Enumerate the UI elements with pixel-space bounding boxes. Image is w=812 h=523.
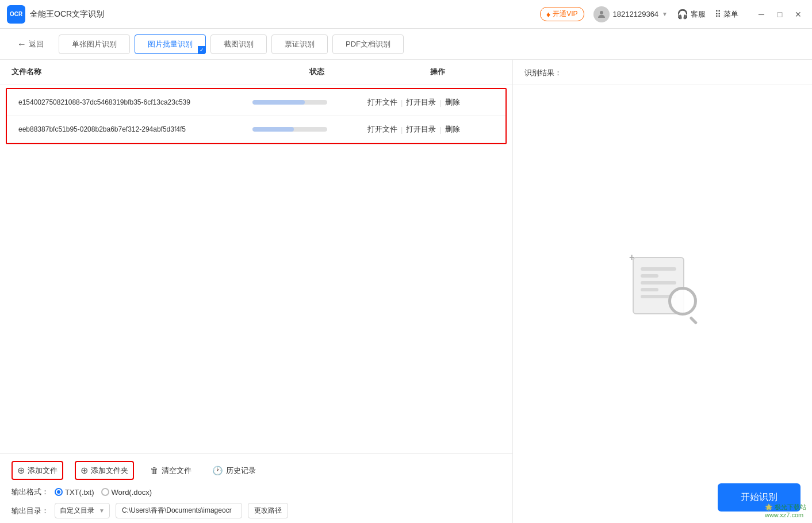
titlebar: OCR 全能王OCR文字识别 ♦ 开通VIP 18212129364 ▼ 🎧 客…: [0, 0, 812, 29]
spacer: [0, 148, 512, 453]
open-dir-2[interactable]: 打开目录: [406, 124, 436, 134]
back-button[interactable]: ← 返回: [12, 36, 49, 53]
doc-line-1: [641, 267, 676, 271]
file-list-bordered: e154002750821088-37dc5468319bfb35-6cf13c…: [6, 88, 507, 144]
tab-ticket[interactable]: 票证识别: [271, 34, 328, 54]
minimize-button[interactable]: ─: [754, 7, 768, 21]
main-container: 文件名称 状态 操作 e154002750821088-37dc5468319b…: [0, 60, 812, 523]
open-file-2[interactable]: 打开文件: [367, 124, 397, 134]
app-title: 全能王OCR文字识别: [30, 9, 540, 20]
dir-select-arrow: ▼: [99, 507, 105, 514]
clear-files-button[interactable]: 🗑 清空文件: [145, 463, 196, 479]
menu-label: 菜单: [723, 9, 738, 20]
watermark-url: www.xz7.com: [765, 512, 803, 518]
service-button[interactable]: 🎧 客服: [677, 9, 706, 20]
tab-screenshot-label: 截图识别: [224, 40, 254, 48]
doc-line-2: [641, 274, 658, 278]
tab-batch-image[interactable]: 图片批量识别: [135, 34, 206, 54]
change-path-button[interactable]: 更改路径: [248, 503, 288, 518]
maximize-button[interactable]: □: [773, 7, 787, 21]
format-label: 输出格式：: [12, 487, 49, 497]
add-folder-label: 添加文件夹: [91, 466, 128, 476]
search-plus-icon: +: [629, 252, 634, 263]
status-bar-fill-2: [252, 127, 294, 132]
service-label: 客服: [691, 9, 706, 20]
user-phone: 18212129364: [613, 10, 659, 18]
dir-label: 输出目录：: [12, 506, 49, 516]
txt-label: TXT(.txt): [65, 488, 94, 497]
toolbar-row3: 输出目录： 自定义目录 ▼ C:\Users\香香\Documents\imag…: [12, 503, 501, 518]
delete-file-2[interactable]: 删除: [445, 124, 460, 134]
tab-single-image[interactable]: 单张图片识别: [59, 34, 130, 54]
tab-screenshot[interactable]: 截图识别: [210, 34, 267, 54]
dir-type-select[interactable]: 自定义目录 ▼: [55, 503, 110, 518]
format-txt-option[interactable]: TXT(.txt): [55, 488, 94, 497]
open-file-1[interactable]: 打开文件: [367, 97, 397, 107]
tab-batch-image-label: 图片批量识别: [148, 40, 193, 48]
open-dir-1[interactable]: 打开目录: [406, 97, 436, 107]
file-status-2: [252, 127, 367, 132]
file-name-1: e154002750821088-37dc5468319bfb35-6cf13c…: [18, 98, 252, 106]
vip-button[interactable]: ♦ 开通VIP: [540, 7, 584, 21]
close-button[interactable]: ✕: [791, 7, 805, 21]
doc-line-3: [641, 281, 676, 284]
add-file-label: 添加文件: [28, 466, 58, 476]
menu-button[interactable]: ⠿ 菜单: [715, 9, 738, 20]
svg-point-0: [600, 11, 603, 14]
file-name-2: eeb88387bfc51b95-0208b2ba6b7ef312-294abf…: [18, 125, 252, 133]
folder-plus-icon: ⊕: [81, 465, 88, 476]
tab-pdf[interactable]: PDF文档识别: [332, 34, 404, 54]
watermark: 🌟 极光下载站 www.xz7.com: [765, 503, 806, 518]
bottom-toolbar: ⊕ 添加文件 ⊕ 添加文件夹 🗑 清空文件 🕐 历史记录 输出格式：: [0, 453, 512, 523]
toolbar-row2: 输出格式： TXT(.txt) Word(.docx): [12, 487, 501, 497]
dir-type-label: 自定义目录: [60, 506, 94, 516]
file-status-1: [252, 100, 367, 105]
doc-line-4: [641, 288, 658, 291]
col-actions: 操作: [374, 67, 501, 77]
ocr-placeholder: +: [628, 252, 697, 316]
watermark-icon: 🌟: [765, 503, 773, 510]
table-header: 文件名称 状态 操作: [0, 60, 512, 84]
logo-text: OCR: [10, 11, 22, 17]
dir-path-display: C:\Users\香香\Documents\imageocr: [116, 503, 242, 518]
history-label: 历史记录: [226, 466, 256, 476]
clear-label: 清空文件: [162, 466, 191, 476]
headset-icon: 🎧: [677, 9, 688, 20]
trash-icon: 🗑: [150, 466, 159, 475]
status-bar-fill-1: [252, 100, 305, 105]
status-bar-bg-1: [252, 100, 327, 105]
plus-circle-icon: ⊕: [17, 465, 25, 476]
file-actions-2: 打开文件 | 打开目录 | 删除: [367, 124, 494, 134]
table-row: eeb88387bfc51b95-0208b2ba6b7ef312-294abf…: [7, 116, 505, 143]
toolbar-row1: ⊕ 添加文件 ⊕ 添加文件夹 🗑 清空文件 🕐 历史记录: [12, 461, 501, 480]
tab-pdf-label: PDF文档识别: [346, 40, 390, 48]
add-folder-button[interactable]: ⊕ 添加文件夹: [75, 461, 134, 480]
titlebar-right: ♦ 开通VIP 18212129364 ▼ 🎧 客服 ⠿ 菜单 ─ □ ✕: [540, 6, 805, 22]
file-list: e154002750821088-37dc5468319bfb35-6cf13c…: [7, 89, 505, 143]
user-info[interactable]: 18212129364 ▼: [593, 6, 668, 22]
format-word-option[interactable]: Word(.docx): [101, 488, 152, 497]
magnifier-handle: [689, 316, 698, 325]
right-panel: 识别结果： + 开始识别: [513, 60, 812, 523]
tabbar: ← 返回 单张图片识别 图片批量识别 截图识别 票证识别 PDF文档识别: [0, 29, 812, 60]
grid-icon: ⠿: [715, 9, 721, 20]
magnifier-circle: [668, 287, 697, 316]
word-label: Word(.docx): [112, 488, 152, 497]
result-header: 识别结果：: [513, 60, 812, 84]
col-filename: 文件名称: [12, 67, 259, 77]
window-controls: ─ □ ✕: [754, 7, 805, 21]
tab-ticket-label: 票证识别: [285, 40, 315, 48]
chevron-down-icon: ▼: [662, 11, 668, 17]
back-label: 返回: [29, 39, 44, 49]
delete-file-1[interactable]: 删除: [445, 97, 460, 107]
tab-active-check: [198, 46, 206, 54]
left-panel: 文件名称 状态 操作 e154002750821088-37dc5468319b…: [0, 60, 513, 523]
tab-single-image-label: 单张图片识别: [72, 40, 117, 48]
txt-radio-dot: [55, 488, 63, 496]
back-arrow-icon: ←: [17, 39, 26, 49]
status-bar-bg-2: [252, 127, 327, 132]
watermark-text: 极光下载站: [775, 503, 806, 510]
format-radio-group: TXT(.txt) Word(.docx): [55, 488, 152, 497]
history-button[interactable]: 🕐 历史记录: [208, 463, 261, 479]
add-file-button[interactable]: ⊕ 添加文件: [12, 461, 63, 480]
